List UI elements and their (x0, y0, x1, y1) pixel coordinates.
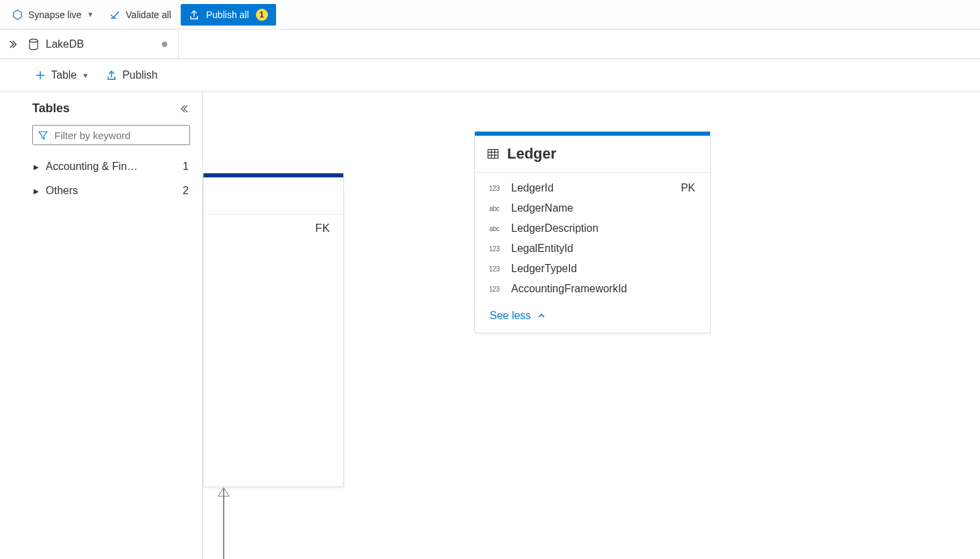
column-row[interactable]: abc LedgerName (475, 198, 710, 218)
column-name: LedgerName (511, 202, 686, 214)
tree-group-count: 2 (183, 185, 189, 197)
type-icon-string: abc (487, 205, 502, 212)
column-row[interactable]: 123 AccountingFrameworkId (475, 279, 710, 299)
filter-icon (38, 130, 48, 140)
svg-rect-8 (488, 150, 498, 159)
publish-button[interactable]: Publish (103, 64, 160, 86)
upload-icon (189, 9, 199, 20)
type-icon-numeric: 123 (487, 185, 502, 192)
column-row[interactable]: abc LedgerDescription (475, 218, 710, 239)
add-table-button[interactable]: Table ▼ (32, 64, 91, 86)
sidebar-title: Tables (32, 101, 70, 116)
column-name: LedgerDescription (511, 222, 686, 234)
column-key-label: PK (681, 182, 695, 194)
filter-input[interactable] (53, 129, 184, 142)
type-icon-numeric: 123 (487, 245, 502, 253)
tree-group-label: Others (46, 185, 176, 197)
tab-lakedb[interactable]: LakeDB (24, 30, 179, 58)
svg-marker-0 (13, 10, 21, 19)
mode-label: Synapse live (28, 9, 81, 20)
entity-card-partial[interactable]: FK (203, 173, 344, 487)
chevron-up-icon (537, 312, 545, 320)
column-row[interactable]: 123 LegalEntityId (475, 239, 710, 259)
type-icon-string: abc (487, 225, 502, 232)
see-less-toggle[interactable]: See less (475, 304, 710, 333)
column-name: AccountingFrameworkId (511, 283, 686, 295)
main-split: Tables ▶ Accounting & Fin… 1 ▶ Others 2 (0, 91, 980, 559)
caret-right-icon: ▶ (34, 163, 39, 171)
entity-header (204, 177, 343, 215)
synapse-icon (12, 9, 23, 20)
type-icon-numeric: 123 (487, 265, 502, 273)
column-name: LedgerId (511, 182, 672, 194)
caret-right-icon: ▶ (34, 187, 39, 195)
column-name: LedgerTypeId (511, 263, 686, 275)
relation-arrow-line (223, 488, 224, 559)
add-table-label: Table (51, 69, 77, 81)
svg-point-3 (30, 39, 38, 42)
publish-label: Publish all (206, 9, 249, 20)
column-row[interactable]: 123 LedgerId PK (475, 178, 710, 198)
designer-toolbar: Table ▼ Publish (0, 59, 980, 91)
entity-columns: 123 LedgerId PK abc LedgerName abc Ledge… (475, 173, 710, 304)
chevron-down-icon: ▼ (87, 11, 93, 18)
collapse-sidebar-button[interactable] (181, 104, 190, 114)
column-name: LegalEntityId (511, 243, 686, 255)
tree-group-label: Accounting & Fin… (46, 161, 176, 173)
filter-input-wrapper[interactable] (32, 125, 190, 145)
see-less-label: See less (490, 310, 531, 322)
publish-count-badge: 1 (256, 9, 268, 21)
top-command-bar: Synapse live ▼ Validate all Publish all … (0, 0, 980, 30)
type-icon-numeric: 123 (487, 286, 502, 293)
validate-label: Validate all (126, 9, 171, 20)
entity-card-ledger[interactable]: Ledger 123 LedgerId PK abc LedgerName ab… (474, 131, 711, 333)
table-icon (487, 148, 499, 160)
database-icon (28, 38, 39, 50)
column-key-label: FK (315, 222, 330, 235)
chevron-down-icon: ▼ (82, 72, 89, 79)
unsaved-indicator (162, 42, 167, 47)
tables-sidebar: Tables ▶ Accounting & Fin… 1 ▶ Others 2 (0, 92, 203, 559)
validate-all-button[interactable]: Validate all (103, 4, 177, 26)
publish-label: Publish (122, 69, 157, 81)
tab-bar: LakeDB (0, 30, 980, 59)
column-row[interactable]: 123 LedgerTypeId (475, 259, 710, 279)
tree-group-count: 1 (183, 161, 189, 173)
upload-icon (106, 70, 117, 81)
entity-title: Ledger (507, 145, 556, 163)
publish-all-button[interactable]: Publish all 1 (181, 4, 276, 26)
checkmark-icon (109, 9, 120, 20)
tree-group-accounting[interactable]: ▶ Accounting & Fin… 1 (32, 155, 190, 179)
plus-icon (35, 70, 46, 81)
tab-title: LakeDB (46, 38, 84, 50)
designer-canvas[interactable]: FK Ledger 123 (203, 92, 980, 559)
mode-switcher[interactable]: Synapse live ▼ (5, 4, 100, 26)
svg-marker-7 (39, 132, 47, 139)
expand-panel-button[interactable] (0, 30, 24, 58)
tree-group-others[interactable]: ▶ Others 2 (32, 179, 190, 203)
